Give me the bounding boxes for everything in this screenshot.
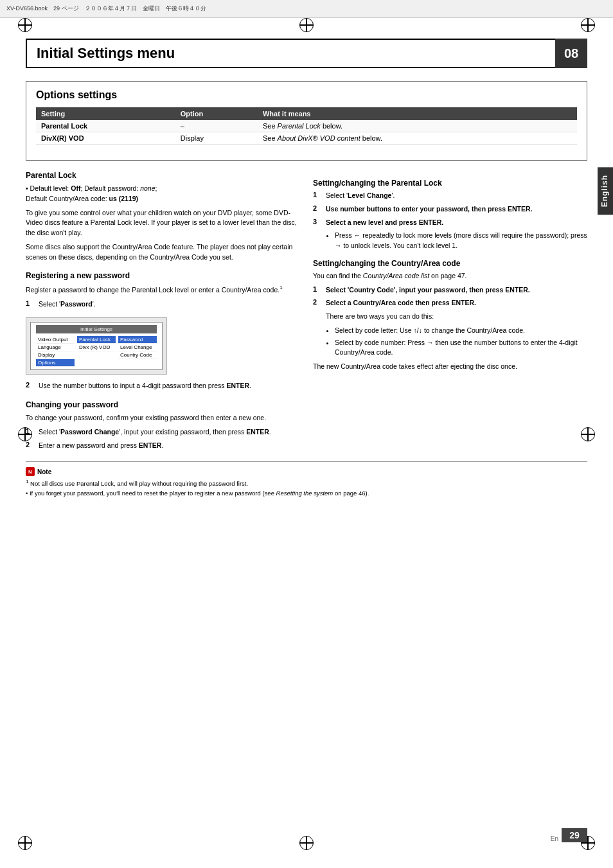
- step-2-input-password: 2 Use the number buttons to input a 4-di…: [26, 381, 300, 391]
- thumb-cell: Divx (R) VOD: [77, 344, 116, 351]
- parental-step-3: 3 Select a new level and press ENTER.: [313, 218, 587, 228]
- table-cell-option-1: Display: [175, 132, 258, 145]
- parental-step-number-1: 1: [313, 191, 322, 201]
- reg-mark-tc: [299, 18, 314, 32]
- parental-lock-body2: Some discs also support the Country/Area…: [26, 242, 300, 263]
- chapter-title-box: Initial Settings menu: [26, 39, 555, 68]
- note-box: N Note 1 Not all discs use Parental Lock…: [26, 461, 587, 498]
- bullet-item: Press ← repeatedly to lock more levels (…: [335, 231, 587, 251]
- change-step-1: 1 Select 'Password Change', input your e…: [26, 427, 300, 438]
- screenshot-thumbnail: Initial Settings Video Output Language D…: [26, 317, 167, 375]
- page-lang: En: [551, 835, 558, 842]
- note-item-2: • If you forget your password, you'll ne…: [26, 489, 587, 498]
- table-cell-meaning-1: See About DivX® VOD content below.: [258, 132, 577, 145]
- thumb-col-1: Video Output Language Display Options: [36, 336, 75, 367]
- country-step2-body: There are two ways you can do this:: [326, 312, 587, 322]
- thumb-cell-highlighted: Options: [36, 359, 75, 367]
- thumb-cell-password: Password: [118, 336, 157, 344]
- change-step-2: 2 Enter a new password and press ENTER.: [26, 441, 300, 451]
- parental-step3-bullets: Press ← repeatedly to lock more levels (…: [326, 231, 587, 251]
- thumb-cell-parental-lock: Parental Lock: [77, 336, 116, 344]
- top-header-text: XV-DV656.book 29 ページ ２００６年４月７日 金曜日 午後６時４…: [6, 4, 206, 13]
- parental-step-text-3: Select a new level and press ENTER.: [326, 218, 587, 228]
- step-text-2: Use the number buttons to input a 4-digi…: [39, 381, 300, 391]
- note-title: N Note: [26, 467, 587, 476]
- table-header-meaning: What it means: [258, 107, 577, 120]
- parental-lock-default: • Default level: Off; Default password: …: [26, 184, 300, 204]
- parental-step-number-3: 3: [313, 218, 322, 228]
- change-step-number-1: 1: [26, 427, 35, 438]
- thumb-cell: Video Output: [36, 336, 75, 344]
- parental-step-text-2: Use number buttons to enter your passwor…: [326, 204, 587, 215]
- main-content: English Initial Settings menu 08 Options…: [26, 39, 587, 829]
- table-header-option: Option: [175, 107, 258, 120]
- country-step-number-2: 2: [313, 298, 322, 308]
- thumb-title: Initial Settings: [36, 325, 157, 333]
- page-number-box: 29: [562, 828, 587, 842]
- parental-step-number-2: 2: [313, 204, 322, 215]
- reg-mark-bl: [18, 836, 32, 850]
- chapter-number-box: 08: [555, 39, 587, 68]
- reg-mark-tl: [18, 18, 32, 32]
- step-number-1: 1: [26, 299, 35, 310]
- parental-step-2: 2 Use number buttons to enter your passw…: [313, 204, 587, 215]
- bullet-item-code-letter: Select by code letter: Use ↑/↓ to change…: [335, 326, 587, 336]
- setting-parental-heading: Setting/changing the Parental Lock: [313, 179, 587, 188]
- parental-step-1: 1 Select 'Level Change'.: [313, 191, 587, 201]
- thumb-cell: Language: [36, 344, 75, 351]
- step-number-2: 2: [26, 381, 35, 391]
- country-step-1: 1 Select 'Country Code', input your pass…: [313, 285, 587, 296]
- change-step-text-1: Select 'Password Change', input your exi…: [39, 427, 300, 438]
- settings-table: Setting Option What it means Parental Lo…: [36, 107, 577, 145]
- country-heading: Setting/changing the Country/Area code: [313, 259, 587, 268]
- step-1-select-password: 1 Select 'Password'.: [26, 299, 300, 310]
- change-step-number-2: 2: [26, 441, 35, 451]
- table-cell-meaning-0: See Parental Lock below.: [258, 120, 577, 132]
- thumb-col-3: Password Level Change Country Code: [118, 336, 157, 367]
- country-footer: The new Country/Area code takes effect a…: [313, 362, 587, 372]
- thumb-col-2: Parental Lock Divx (R) VOD: [77, 336, 116, 367]
- registering-body: Register a password to change the Parent…: [26, 284, 300, 295]
- top-header-bar: XV-DV656.book 29 ページ ２００６年４月７日 金曜日 午後６時４…: [0, 0, 613, 18]
- reg-mark-tr: [581, 18, 595, 32]
- reg-mark-bc: [299, 836, 314, 850]
- thumb-cell: Display: [36, 351, 75, 359]
- parental-step-text-1: Select 'Level Change'.: [326, 191, 587, 201]
- table-row: DivX(R) VOD Display See About DivX® VOD …: [36, 132, 577, 145]
- thumb-cell: Level Change: [118, 344, 157, 351]
- options-section: Options settings Setting Option What it …: [26, 81, 587, 161]
- bullet-item-code-number: Select by code number: Press → then use …: [335, 338, 587, 359]
- note-icon: N: [26, 467, 35, 476]
- thumb-cell: Country Code: [118, 351, 157, 359]
- note-item-1: 1 Not all discs use Parental Lock, and w…: [26, 478, 587, 488]
- two-column-layout: Parental Lock • Default level: Off; Defa…: [26, 171, 587, 454]
- country-step-text-2: Select a Country/Area code then press EN…: [326, 298, 587, 308]
- table-row: Parental Lock – See Parental Lock below.: [36, 120, 577, 132]
- note-label: Note: [37, 468, 51, 475]
- country-step-text-1: Select 'Country Code', input your passwo…: [326, 285, 587, 296]
- left-column: Parental Lock • Default level: Off; Defa…: [26, 171, 300, 454]
- change-step-text-2: Enter a new password and press ENTER.: [39, 441, 300, 451]
- table-cell-option-0: –: [175, 120, 258, 132]
- country-step-2: 2 Select a Country/Area code then press …: [313, 298, 587, 308]
- right-column: Setting/changing the Parental Lock 1 Sel…: [313, 171, 587, 454]
- country-step-number-1: 1: [313, 285, 322, 296]
- side-tab-english: English: [598, 167, 613, 215]
- country-bullets: Select by code letter: Use ↑/↓ to change…: [326, 326, 587, 358]
- parental-lock-body1: To give you some control over what your …: [26, 208, 300, 238]
- options-section-title: Options settings: [36, 89, 577, 101]
- chapter-header: Initial Settings menu 08: [26, 39, 587, 68]
- registering-heading: Registering a new password: [26, 271, 300, 280]
- table-header-setting: Setting: [36, 107, 175, 120]
- page-title: Initial Settings menu: [37, 45, 546, 62]
- parental-lock-heading: Parental Lock: [26, 171, 300, 180]
- step-text-1: Select 'Password'.: [39, 299, 300, 310]
- changing-heading: Changing your password: [26, 400, 300, 409]
- country-body: You can find the Country/Area code list …: [313, 271, 587, 281]
- table-cell-setting-0: Parental Lock: [36, 120, 175, 132]
- changing-body: To change your password, confirm your ex…: [26, 413, 300, 423]
- table-cell-setting-1: DivX(R) VOD: [36, 132, 175, 145]
